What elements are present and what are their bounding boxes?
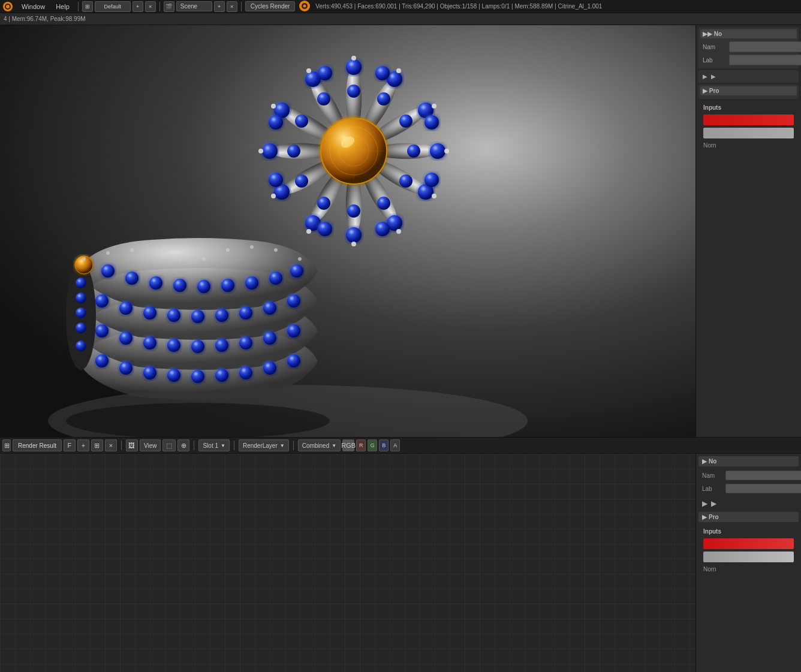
- arrow-right-icon-2: ▶: [711, 499, 716, 508]
- arrow-right-icon-1: ▶: [702, 499, 707, 508]
- svg-point-71: [167, 339, 180, 352]
- combined-btn[interactable]: Combined ▼: [298, 439, 341, 451]
- node-panel-label-input[interactable]: [725, 484, 801, 493]
- toolbar-fit-btn[interactable]: ⊕: [177, 439, 189, 451]
- scene-close-icon[interactable]: ×: [227, 1, 237, 12]
- svg-point-79: [143, 306, 156, 320]
- toolbar-grid-btn[interactable]: ⊞: [91, 439, 103, 451]
- label-input[interactable]: [729, 55, 801, 65]
- view-btn[interactable]: View: [140, 439, 161, 451]
- svg-point-105: [154, 251, 158, 255]
- node-panel-color-swatches: Norn: [701, 536, 796, 576]
- svg-point-87: [125, 272, 138, 285]
- svg-point-104: [130, 248, 134, 252]
- node-panel-red-swatch[interactable]: [703, 538, 794, 549]
- svg-point-74: [239, 336, 252, 349]
- svg-point-40: [351, 56, 356, 61]
- svg-point-11: [430, 143, 445, 159]
- node-panel-gray-swatch[interactable]: [703, 552, 794, 562]
- layout-grid-icon[interactable]: ⊞: [82, 1, 93, 12]
- svg-point-26: [269, 115, 283, 129]
- window-icon[interactable]: ⊞: [2, 439, 11, 451]
- color-swatch-gray[interactable]: [703, 128, 794, 138]
- layout-close-icon[interactable]: ×: [145, 1, 156, 12]
- mem-info: 4 | Mem:96.74M, Peak:98.99M: [4, 16, 86, 22]
- svg-point-65: [239, 366, 252, 379]
- label-row: Lab: [700, 53, 797, 67]
- toolbar-image-btn[interactable]: 🖼: [126, 439, 138, 451]
- node-panel-no-section: ▶ No: [698, 456, 799, 466]
- svg-point-49: [258, 149, 263, 153]
- svg-point-81: [191, 310, 204, 323]
- scene-add-icon[interactable]: +: [214, 1, 225, 12]
- svg-point-73: [215, 339, 228, 352]
- svg-point-43: [444, 149, 449, 153]
- svg-point-89: [173, 279, 186, 292]
- name-label: Nam: [703, 44, 727, 50]
- svg-point-2: [6, 5, 10, 8]
- panel-section-arrow: ▶ ▶: [698, 70, 799, 83]
- channel-r-btn[interactable]: R: [356, 439, 366, 451]
- scene-name[interactable]: Scene: [176, 1, 212, 11]
- node-panel-label-row: Lab: [698, 482, 799, 495]
- svg-point-28: [347, 85, 360, 98]
- svg-point-62: [167, 369, 180, 382]
- node-panel-name-section: Nam Lab: [698, 469, 799, 495]
- svg-point-103: [106, 251, 110, 255]
- menu-item-window[interactable]: Window: [17, 2, 50, 11]
- render-engine-select[interactable]: Cycles Render: [245, 1, 296, 11]
- color-swatch-red[interactable]: [703, 114, 794, 125]
- node-panel-name-input[interactable]: [725, 471, 801, 480]
- svg-point-102: [82, 257, 86, 261]
- channel-a-btn[interactable]: A: [390, 439, 400, 451]
- menu-item-help[interactable]: Help: [51, 2, 74, 11]
- channel-rgb-btn[interactable]: RGB: [342, 439, 354, 451]
- panel-no-label: ▶ No: [707, 31, 722, 37]
- separator3: [241, 2, 242, 11]
- layout-add-icon[interactable]: +: [133, 1, 143, 12]
- slot-btn[interactable]: Slot 1 ▼: [198, 439, 230, 451]
- node-panel-arrows-section: ▶ ▶: [698, 498, 799, 510]
- svg-point-75: [263, 332, 276, 345]
- svg-point-23: [375, 222, 390, 236]
- no-label: No: [709, 458, 716, 465]
- svg-point-30: [399, 114, 412, 128]
- toolbar-close-btn[interactable]: ×: [105, 439, 117, 451]
- svg-point-47: [306, 229, 311, 234]
- svg-point-93: [269, 272, 282, 285]
- render-result-label: Render Result: [13, 439, 62, 451]
- svg-point-96: [76, 278, 86, 288]
- pro-label: Pro: [709, 514, 719, 520]
- channel-g-btn[interactable]: G: [368, 439, 377, 451]
- svg-point-92: [245, 276, 258, 290]
- svg-point-5: [303, 4, 306, 7]
- toolbar-add-btn[interactable]: +: [77, 439, 89, 451]
- node-panel-norn-label: Norn: [703, 565, 794, 574]
- svg-point-82: [215, 309, 228, 322]
- svg-point-84: [263, 302, 276, 315]
- toolbar-zoom-btn[interactable]: ⬚: [162, 439, 176, 451]
- node-panel-pro-section: ▶ Pro: [698, 512, 799, 522]
- jewelry-render-svg: [0, 25, 695, 437]
- panel-section-node: ▶ ▶ No Nam Lab: [698, 28, 799, 68]
- toolbar-sep2: [194, 441, 194, 450]
- svg-point-31: [407, 144, 420, 158]
- svg-point-91: [221, 279, 234, 292]
- svg-point-46: [351, 242, 356, 246]
- blender-icon[interactable]: [2, 1, 13, 12]
- svg-point-88: [149, 276, 162, 290]
- panel-pro-label: ▶ Pro: [703, 88, 719, 94]
- channel-b-btn[interactable]: B: [379, 439, 389, 451]
- label-label: Lab: [703, 57, 727, 64]
- top-menubar: Window Help ⊞ Default + × 🎬 Scene + × Cy…: [0, 0, 801, 13]
- svg-point-72: [191, 340, 204, 353]
- renderlayer-btn[interactable]: RenderLayer ▼: [239, 439, 289, 451]
- node-panel-pro-header[interactable]: ▶ Pro: [698, 512, 799, 522]
- svg-point-38: [295, 114, 308, 128]
- name-input[interactable]: [729, 41, 801, 52]
- svg-point-63: [191, 370, 204, 383]
- layout-name[interactable]: Default: [95, 1, 131, 12]
- node-panel-no-header[interactable]: ▶ No: [698, 456, 799, 466]
- svg-point-51: [306, 68, 311, 73]
- svg-point-50: [271, 104, 276, 109]
